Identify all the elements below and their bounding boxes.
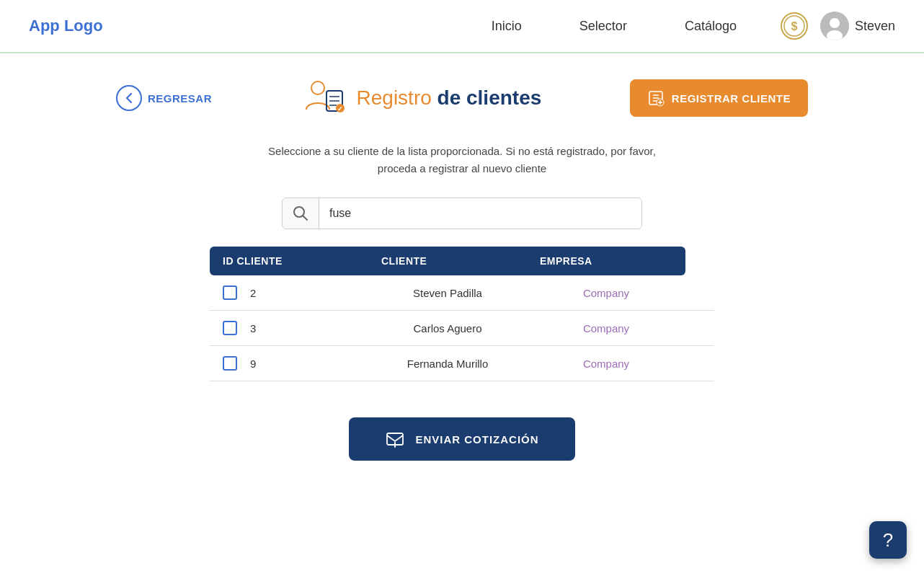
main-content: REGRESAR ✓ Registro de clientes [102, 53, 822, 482]
table-row: 9 Fernanda Murillo Company [210, 346, 714, 381]
row2-id: 3 [250, 322, 256, 334]
row2-company-cell: Company [527, 322, 685, 334]
help-button[interactable]: ? [869, 521, 907, 559]
dollar-icon[interactable]: $ [780, 12, 809, 40]
row3-client: Fernanda Murillo [407, 358, 489, 370]
row3-client-cell: Fernanda Murillo [368, 358, 527, 370]
svg-point-4 [830, 18, 840, 28]
row1-company-cell: Company [527, 287, 685, 299]
row1-checkbox[interactable] [223, 285, 237, 300]
row2-company: Company [583, 322, 629, 334]
back-label: REGRESAR [148, 92, 212, 105]
nav-selector[interactable]: Selector [579, 19, 627, 34]
table-wrapper: ID CLIENTE CLIENTE EMPRESA 2 Steven Padi… [210, 247, 714, 381]
row1-company: Company [583, 287, 629, 299]
send-section: ENVIAR COTIZACIÓN [116, 417, 808, 461]
row3-id-cell: 9 [210, 356, 368, 371]
register-icon [647, 89, 665, 107]
row3-company-cell: Company [527, 358, 685, 370]
search-icon-box [283, 198, 319, 229]
user-name: Steven [855, 19, 895, 34]
svg-text:✓: ✓ [337, 105, 343, 112]
row3-checkbox[interactable] [223, 356, 237, 371]
row2-id-cell: 3 [210, 321, 368, 335]
col-header-id: ID CLIENTE [210, 247, 368, 275]
app-logo: App Logo [29, 17, 103, 35]
user-section: Steven [820, 12, 895, 40]
table-row: 2 Steven Padilla Company [210, 275, 714, 311]
back-button[interactable]: REGRESAR [116, 85, 212, 111]
nav-right: $ Steven [780, 12, 895, 40]
col-header-client: CLIENTE [368, 247, 527, 275]
nav-links: Inicio Selector Catálogo [492, 19, 737, 34]
svg-point-6 [311, 81, 324, 94]
row3-id: 9 [250, 358, 256, 370]
description: Seleccione a su cliente de la lista prop… [116, 143, 808, 177]
back-circle-icon [116, 85, 142, 111]
top-bar: REGRESAR ✓ Registro de clientes [116, 75, 808, 121]
description-line2: proceda a registrar al nuevo cliente [116, 160, 808, 177]
register-client-button[interactable]: REGISTRAR CLIENTE [630, 79, 808, 117]
row3-company: Company [583, 358, 629, 370]
col-header-company: EMPRESA [527, 247, 685, 275]
row1-id-cell: 2 [210, 285, 368, 300]
row2-client: Carlos Aguero [413, 322, 481, 334]
navbar: App Logo Inicio Selector Catálogo $ Stev… [0, 0, 924, 53]
table-row: 3 Carlos Aguero Company [210, 311, 714, 346]
search-icon [293, 205, 308, 221]
send-button-label: ENVIAR COTIZACIÓN [415, 433, 538, 446]
search-container [282, 198, 642, 229]
row1-id: 2 [250, 287, 256, 299]
send-quotation-button[interactable]: ENVIAR COTIZACIÓN [349, 417, 574, 461]
avatar [820, 12, 849, 40]
row1-client: Steven Padilla [413, 287, 482, 299]
page-title-bold: de clientes [437, 87, 542, 109]
page-title-section: ✓ Registro de clientes [301, 75, 542, 121]
row2-checkbox[interactable] [223, 321, 237, 335]
description-line1: Seleccione a su cliente de la lista prop… [116, 143, 808, 160]
nav-catalogo[interactable]: Catálogo [685, 19, 737, 34]
svg-line-21 [303, 216, 308, 221]
table-header: ID CLIENTE CLIENTE EMPRESA [210, 247, 714, 275]
row1-client-cell: Steven Padilla [368, 287, 527, 299]
send-icon [385, 429, 405, 449]
svg-text:$: $ [791, 20, 798, 32]
page-title-normal: Registro [357, 87, 432, 109]
row2-client-cell: Carlos Aguero [368, 322, 527, 334]
page-title: Registro de clientes [357, 87, 542, 110]
help-icon: ? [883, 529, 893, 551]
nav-inicio[interactable]: Inicio [492, 19, 522, 34]
search-input[interactable] [319, 200, 641, 227]
page-icon: ✓ [301, 75, 347, 121]
register-button-label: REGISTRAR CLIENTE [672, 92, 791, 105]
